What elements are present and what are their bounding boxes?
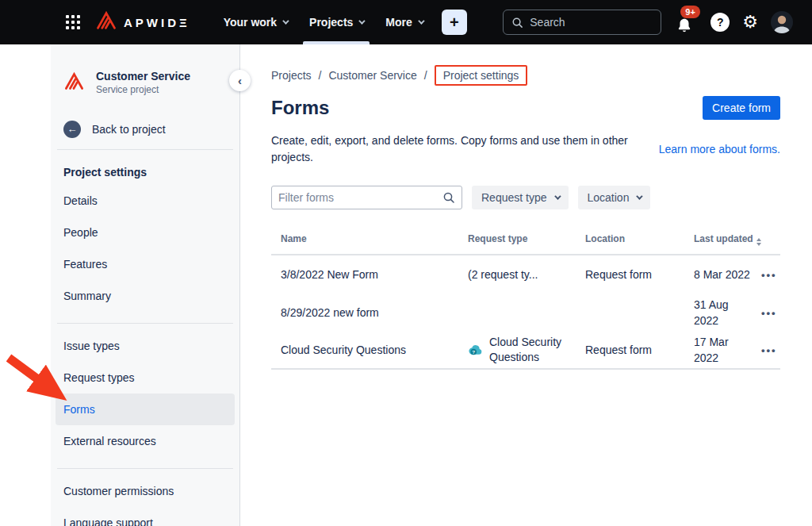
form-name[interactable]: 3/8/2022 New Form xyxy=(281,268,468,281)
notification-badge: 9+ xyxy=(680,6,700,18)
create-form-button[interactable]: Create form xyxy=(703,96,780,120)
chevron-down-icon xyxy=(637,193,643,199)
table-row[interactable]: Cloud Security Questions ? Cloud Securit… xyxy=(271,332,780,370)
help-icon[interactable]: ? xyxy=(710,13,730,32)
table-row[interactable]: 8/29/2022 new form 31 Aug 2022 ••• xyxy=(271,294,780,332)
search-icon xyxy=(442,191,455,204)
active-tab-indicator xyxy=(303,41,370,44)
breadcrumb-projects[interactable]: Projects xyxy=(271,69,312,82)
main-content: Projects / Customer Service / Project se… xyxy=(241,44,812,526)
breadcrumb: Projects / Customer Service / Project se… xyxy=(271,65,780,86)
search-icon xyxy=(511,17,523,29)
form-request-type-with-icon: ? Cloud Security Questions xyxy=(468,335,585,365)
row-actions-menu[interactable]: ••• xyxy=(761,344,777,356)
form-location: Request form xyxy=(585,344,694,356)
search-input[interactable] xyxy=(530,16,641,29)
form-request-type: (2 request ty... xyxy=(468,267,585,282)
project-logo-icon xyxy=(63,71,85,94)
row-actions-menu[interactable]: ••• xyxy=(761,269,777,281)
sidebar-item-features[interactable]: Features xyxy=(56,248,235,280)
column-header-name: Name xyxy=(281,232,468,245)
request-type-filter-dropdown[interactable]: Request type xyxy=(472,186,569,209)
sidebar-divider xyxy=(57,468,233,469)
form-location: Request form xyxy=(585,268,694,281)
row-actions-menu[interactable]: ••• xyxy=(761,307,777,319)
learn-more-link[interactable]: Learn more about forms. xyxy=(659,143,780,155)
filter-forms-field[interactable] xyxy=(271,186,462,209)
form-name[interactable]: 8/29/2022 new form xyxy=(281,306,468,319)
filter-forms-input[interactable] xyxy=(278,191,442,204)
create-button[interactable]: + xyxy=(442,10,467,35)
sidebar: ‹ Customer Service Service project ← Bac… xyxy=(51,44,240,526)
sidebar-group-customer: Customer permissions Language support xyxy=(56,475,235,526)
settings-gear-icon[interactable]: ⚙ xyxy=(742,13,758,31)
project-name: Customer Service xyxy=(96,70,190,83)
column-header-request-type: Request type xyxy=(468,232,585,245)
nav-your-work[interactable]: Your work xyxy=(216,0,295,44)
breadcrumb-project-settings-annotated[interactable]: Project settings xyxy=(435,65,528,86)
sidebar-item-external-resources[interactable]: External resources xyxy=(56,425,235,457)
forms-table: Name Request type Location Last updated … xyxy=(271,228,780,370)
apwide-logo-icon xyxy=(95,10,117,34)
project-header: Customer Service Service project xyxy=(63,70,227,95)
bell-icon xyxy=(676,17,693,36)
sidebar-divider xyxy=(57,149,233,150)
top-navigation: APWIDΞ Your work Projects More + xyxy=(0,0,812,44)
column-header-last-updated[interactable]: Last updated xyxy=(694,232,761,246)
form-name[interactable]: Cloud Security Questions xyxy=(281,344,468,356)
sidebar-group-general: Details People Features Summary xyxy=(56,185,235,312)
breadcrumb-separator: / xyxy=(319,69,322,82)
column-header-location: Location xyxy=(585,232,694,245)
breadcrumb-separator: / xyxy=(424,69,427,82)
back-arrow-icon: ← xyxy=(63,121,81,138)
sidebar-item-details[interactable]: Details xyxy=(56,185,235,217)
form-last-updated: 31 Aug 2022 xyxy=(694,297,761,328)
cloud-question-icon: ? xyxy=(468,344,483,357)
primary-nav: Your work Projects More xyxy=(216,0,431,44)
sidebar-item-language-support[interactable]: Language support xyxy=(56,507,235,526)
nav-more[interactable]: More xyxy=(377,0,430,44)
sidebar-section-title: Project settings xyxy=(63,166,227,179)
avatar-photo xyxy=(771,11,793,33)
sidebar-item-people[interactable]: People xyxy=(56,217,235,248)
global-search[interactable] xyxy=(503,10,661,35)
apwide-logo[interactable]: APWIDΞ xyxy=(95,10,190,34)
chevron-down-icon xyxy=(554,193,561,199)
page-description: Create, edit, export, and delete forms. … xyxy=(271,132,650,166)
sidebar-item-forms[interactable]: Forms xyxy=(56,394,235,425)
sidebar-collapse-button[interactable]: ‹ xyxy=(229,70,251,91)
user-avatar[interactable] xyxy=(771,11,793,33)
sidebar-item-issue-types[interactable]: Issue types xyxy=(56,330,235,362)
table-row[interactable]: 3/8/2022 New Form (2 request ty... Reque… xyxy=(271,255,780,294)
back-to-project[interactable]: ← Back to project xyxy=(63,121,227,138)
form-last-updated: 17 Mar 2022 xyxy=(694,334,761,366)
nav-projects[interactable]: Projects xyxy=(301,0,371,44)
sidebar-item-customer-permissions[interactable]: Customer permissions xyxy=(56,475,235,507)
sidebar-divider xyxy=(57,323,233,324)
notifications-button[interactable]: 9+ xyxy=(674,9,698,36)
table-header: Name Request type Location Last updated xyxy=(271,228,780,255)
breadcrumb-customer-service[interactable]: Customer Service xyxy=(328,69,416,82)
chevron-down-icon xyxy=(418,17,424,24)
sidebar-group-types: Issue types Request types Forms External… xyxy=(56,330,235,457)
page-title: Forms xyxy=(271,97,329,119)
apwide-logo-text: APWIDΞ xyxy=(124,16,190,29)
form-last-updated: 8 Mar 2022 xyxy=(694,267,761,282)
chevron-down-icon xyxy=(358,17,365,24)
location-filter-dropdown[interactable]: Location xyxy=(578,186,651,209)
project-type: Service project xyxy=(96,84,190,95)
app-switcher-icon[interactable] xyxy=(63,13,82,32)
nav-right-cluster: 9+ ? ⚙ xyxy=(503,9,793,36)
sidebar-item-request-types[interactable]: Request types xyxy=(56,362,235,394)
chevron-down-icon xyxy=(282,17,289,24)
sidebar-item-summary[interactable]: Summary xyxy=(56,280,235,312)
svg-text:?: ? xyxy=(472,348,475,354)
sort-icon xyxy=(756,238,761,246)
